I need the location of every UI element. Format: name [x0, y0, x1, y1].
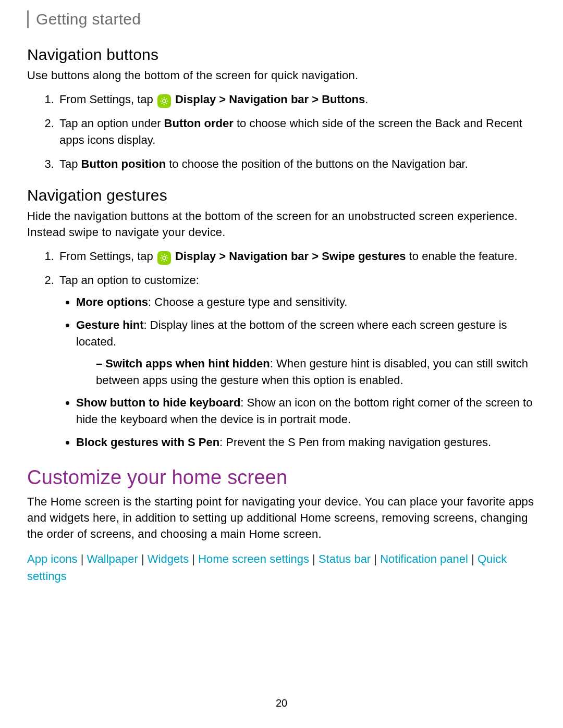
list-item: Tap an option to customize: More options…: [57, 272, 536, 451]
svg-line-5: [162, 98, 163, 99]
bold-text: Button order: [164, 117, 234, 130]
list-item: Tap Button position to choose the positi…: [57, 156, 536, 172]
path-text: Display > Navigation bar > Buttons: [175, 93, 365, 106]
list-item: Switch apps when hint hidden: When gestu…: [96, 355, 536, 389]
separator: |: [468, 552, 478, 565]
nav-buttons-steps: From Settings, tap Display > Navigation …: [27, 91, 536, 172]
link-notification-panel[interactable]: Notification panel: [380, 552, 468, 565]
heading-navigation-buttons: Navigation buttons: [27, 46, 536, 64]
separator: |: [309, 552, 319, 565]
sub-options: Switch apps when hint hidden: When gestu…: [76, 355, 536, 389]
list-item: From Settings, tap Display > Navigation …: [57, 91, 536, 108]
svg-point-0: [163, 100, 166, 103]
bold-text: Gesture hint: [76, 318, 144, 331]
svg-line-15: [166, 260, 167, 261]
link-app-icons[interactable]: App icons: [27, 552, 78, 565]
customize-options: More options: Choose a gesture type and …: [59, 294, 536, 451]
text: : Prevent the S Pen from making navigati…: [219, 436, 491, 449]
nav-buttons-intro: Use buttons along the bottom of the scre…: [27, 68, 536, 84]
link-wallpaper[interactable]: Wallpaper: [87, 552, 138, 565]
breadcrumb: Getting started: [36, 10, 141, 28]
separator: |: [189, 552, 198, 565]
svg-point-9: [163, 256, 166, 260]
text: From Settings, tap: [59, 250, 156, 263]
svg-line-14: [162, 255, 163, 256]
list-item: Block gestures with S Pen: Prevent the S…: [76, 434, 536, 451]
svg-line-8: [166, 98, 167, 99]
text: From Settings, tap: [59, 93, 156, 106]
list-item: Show button to hide keyboard: Show an ic…: [76, 394, 536, 428]
svg-line-17: [166, 255, 167, 256]
link-widgets[interactable]: Widgets: [148, 552, 189, 565]
list-item: Gesture hint: Display lines at the botto…: [76, 317, 536, 389]
bold-text: Show button to hide keyboard: [76, 396, 240, 409]
path-text: Display > Navigation bar > Swipe gesture…: [175, 250, 406, 263]
list-item: Tap an option under Button order to choo…: [57, 115, 536, 149]
bold-text: Button position: [81, 157, 166, 170]
bold-text: Switch apps when hint hidden: [105, 357, 270, 370]
page-content: Getting started Navigation buttons Use b…: [0, 0, 563, 728]
text: Tap: [59, 157, 81, 170]
text: to choose the position of the buttons on…: [166, 157, 468, 170]
nav-gestures-intro: Hide the navigation buttons at the botto…: [27, 208, 536, 241]
bold-text: Block gestures with S Pen: [76, 436, 219, 449]
nav-gestures-steps: From Settings, tap Display > Navigation …: [27, 248, 536, 451]
display-icon: [157, 251, 171, 265]
link-status-bar[interactable]: Status bar: [319, 552, 371, 565]
text: : Choose a gesture type and sensitivity.: [148, 295, 347, 309]
list-item: From Settings, tap Display > Navigation …: [57, 248, 536, 265]
separator: |: [138, 552, 148, 565]
heading-navigation-gestures: Navigation gestures: [27, 187, 536, 204]
display-icon: [157, 94, 171, 108]
page-number: 20: [0, 697, 563, 709]
topic-links: App icons | Wallpaper | Widgets | Home s…: [27, 550, 536, 585]
svg-line-6: [166, 103, 167, 104]
text: Tap an option under: [59, 117, 164, 130]
section-header: Getting started: [27, 10, 536, 28]
list-item: More options: Choose a gesture type and …: [76, 294, 536, 311]
text: Tap an option to customize:: [59, 274, 199, 287]
text: .: [365, 93, 368, 106]
link-home-screen-settings[interactable]: Home screen settings: [198, 552, 309, 565]
svg-line-16: [162, 260, 163, 261]
customize-intro: The Home screen is the starting point fo…: [27, 494, 536, 542]
text: to enable the feature.: [406, 250, 518, 263]
separator: |: [78, 552, 87, 565]
separator: |: [371, 552, 380, 565]
heading-customize-home: Customize your home screen: [27, 466, 536, 489]
bold-text: More options: [76, 295, 148, 309]
svg-line-7: [162, 103, 163, 104]
